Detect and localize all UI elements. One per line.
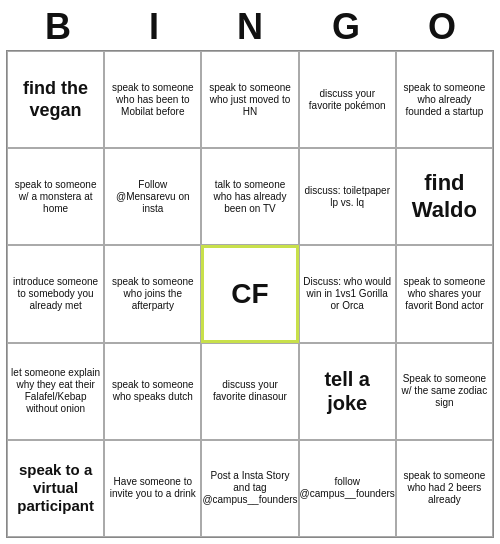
- bingo-cell-5: speak to someone w/ a monstera at home: [7, 148, 104, 245]
- bingo-cell-21: Have someone to invite you to a drink: [104, 440, 201, 537]
- bingo-cell-23: follow @campus__founders: [299, 440, 396, 537]
- bingo-cell-19: Speak to someone w/ the same zodiac sign: [396, 343, 493, 440]
- bingo-cell-15: let someone explain why they eat their F…: [7, 343, 104, 440]
- bingo-cell-4: speak to someone who already founded a s…: [396, 51, 493, 148]
- bingo-cell-17: discuss your favorite dinasour: [201, 343, 298, 440]
- bingo-cell-22: Post a Insta Story and tag @campus__foun…: [201, 440, 298, 537]
- bingo-cell-18: tell a joke: [299, 343, 396, 440]
- bingo-cell-2: speak to someone who just moved to HN: [201, 51, 298, 148]
- bingo-cell-12: CF: [201, 245, 298, 342]
- letter-n: N: [206, 6, 294, 48]
- bingo-cell-0: find the vegan: [7, 51, 104, 148]
- bingo-cell-13: Discuss: who would win in 1vs1 Gorilla o…: [299, 245, 396, 342]
- letter-o: O: [398, 6, 486, 48]
- bingo-cell-3: discuss your favorite pokémon: [299, 51, 396, 148]
- letter-i: I: [110, 6, 198, 48]
- bingo-cell-24: speak to someone who had 2 beers already: [396, 440, 493, 537]
- bingo-cell-20: speak to a virtual participant: [7, 440, 104, 537]
- bingo-cell-11: speak to someone who joins the afterpart…: [104, 245, 201, 342]
- bingo-cell-1: speak to someone who has been to Mobilat…: [104, 51, 201, 148]
- bingo-cell-10: introduce someone to somebody you alread…: [7, 245, 104, 342]
- bingo-cell-16: speak to someone who speaks dutch: [104, 343, 201, 440]
- bingo-cell-14: speak to someone who shares your favorit…: [396, 245, 493, 342]
- letter-g: G: [302, 6, 390, 48]
- bingo-grid: find the veganspeak to someone who has b…: [6, 50, 494, 538]
- bingo-header: B I N G O: [10, 0, 490, 50]
- bingo-cell-7: talk to someone who has already been on …: [201, 148, 298, 245]
- bingo-cell-9: find Waldo: [396, 148, 493, 245]
- bingo-cell-6: Follow @Mensarevu on insta: [104, 148, 201, 245]
- bingo-cell-8: discuss: toiletpaper lp vs. lq: [299, 148, 396, 245]
- letter-b: B: [14, 6, 102, 48]
